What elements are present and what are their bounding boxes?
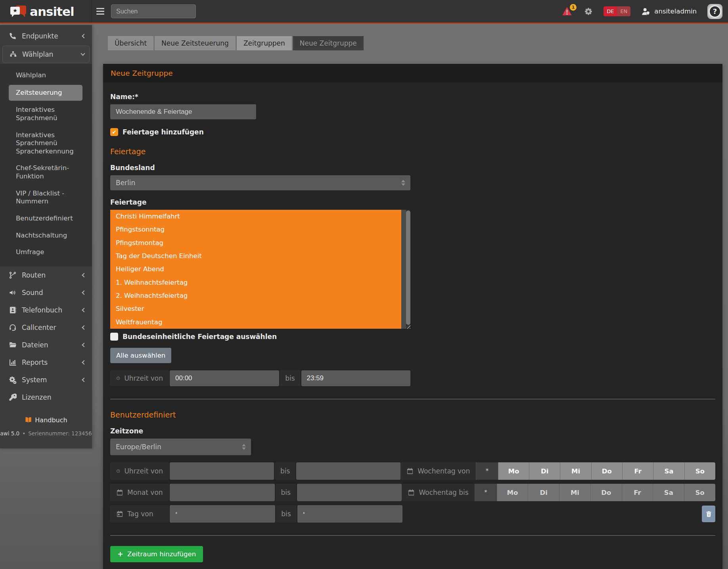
custom-time-to-input[interactable] xyxy=(296,462,400,480)
serial-number: Seriennummer: 123456 xyxy=(28,430,92,437)
submenu-item-benutzerdefiniert[interactable]: Benutzerdefiniert xyxy=(0,210,92,227)
holiday-option[interactable]: Silvester xyxy=(110,302,401,315)
alerts-button[interactable]: 1 xyxy=(561,6,573,17)
holiday-option[interactable]: Weltfrauentag xyxy=(110,315,401,328)
zeitzone-select[interactable]: Europe/Berlin xyxy=(110,439,251,455)
list-scrollbar-track[interactable] xyxy=(401,210,406,329)
weekday-fr-button[interactable]: Fr xyxy=(622,462,653,480)
sidebar-item-telefonbuch[interactable]: Telefonbuch xyxy=(0,301,92,319)
alle-auswaehlen-button[interactable]: Alle auswählen xyxy=(110,348,171,363)
panel-body: Name:* ✔ Feiertage hinzufügen Feiertage … xyxy=(103,82,722,569)
weekday-di-button[interactable]: Di xyxy=(528,484,559,501)
monat-von-label: Monat von xyxy=(127,489,163,496)
wochentag-von-label: Wochentag von xyxy=(418,467,470,475)
submenu-item-ivr[interactable]: Interaktives Sprachmenü xyxy=(0,102,92,126)
trash-icon xyxy=(705,511,712,517)
submenu-item-waehlplan[interactable]: Wählplan xyxy=(0,67,92,84)
lang-en-button[interactable]: EN xyxy=(617,6,630,16)
chevron-left-icon xyxy=(82,325,86,330)
submenu-item-nachtschaltung[interactable]: Nachtschaltung xyxy=(0,227,92,244)
holiday-option[interactable]: Christi Himmelfahrt xyxy=(110,210,401,223)
sidebar-item-label: Dateien xyxy=(22,341,48,349)
lang-de-button[interactable]: DE xyxy=(603,6,617,16)
feiertage-multiselect: Christi Himmelfahrt Pfingstsonntag Pfing… xyxy=(110,210,410,329)
feiertage-hinzufuegen-checkbox-row[interactable]: ✔ Feiertage hinzufügen xyxy=(110,128,715,136)
address-book-icon xyxy=(9,306,17,314)
weekday-do-button[interactable]: Do xyxy=(591,462,622,480)
chevron-left-icon xyxy=(82,377,86,382)
time-to-input[interactable] xyxy=(301,370,411,386)
submenu-item-vip-blacklist[interactable]: VIP / Blacklist - Nummern xyxy=(0,185,92,210)
sidebar-toggle-button[interactable] xyxy=(96,8,104,15)
weekday-any-button[interactable]: * xyxy=(476,462,498,480)
sidebar-item-waehlplan[interactable]: Wählplan xyxy=(3,46,89,63)
branch-icon xyxy=(9,271,17,279)
month-to-input[interactable] xyxy=(297,484,402,501)
time-from-input[interactable] xyxy=(170,370,279,386)
holiday-option[interactable]: Tag der Deutschen Einheit xyxy=(110,249,401,262)
holiday-option[interactable]: Pfingstsonntag xyxy=(110,223,401,236)
weekday-so-button[interactable]: So xyxy=(684,462,715,480)
benutzerdefiniert-heading: Benutzerdefiniert xyxy=(110,410,715,419)
weekday-any-button[interactable]: * xyxy=(475,484,497,501)
brand-name: ansitel xyxy=(30,4,74,19)
weekday-mi-button[interactable]: Mi xyxy=(560,462,591,480)
handbuch-link[interactable]: Handbuch xyxy=(25,416,67,424)
sidebar-item-label: Lizenzen xyxy=(22,393,52,401)
sidebar-footer: Handbuch awi 5.0 • Seriennummer: 123456 xyxy=(0,416,92,437)
weekday-so-button[interactable]: So xyxy=(684,484,715,501)
language-switcher: DE EN xyxy=(603,6,630,16)
tab-uebersicht[interactable]: Übersicht xyxy=(108,36,153,50)
submenu-item-chef-sekretaerin[interactable]: Chef-Sekretärin-Funktion xyxy=(0,160,92,185)
submenu-item-umfrage[interactable]: Umfrage xyxy=(0,244,92,261)
bundesland-label: Bundesland xyxy=(110,164,715,172)
topbar: ★ ansitel 1 DE EN ansiteladmin ? xyxy=(0,0,728,24)
folder-open-icon xyxy=(9,341,17,349)
day-from-input[interactable] xyxy=(170,505,275,523)
month-from-input[interactable] xyxy=(170,484,275,501)
weekday-di-button[interactable]: Di xyxy=(529,462,560,480)
list-scrollbar-thumb[interactable] xyxy=(406,211,410,325)
sidebar-item-lizenzen[interactable]: Lizenzen xyxy=(0,389,92,406)
weekday-mi-button[interactable]: Mi xyxy=(559,484,590,501)
tab-zeitgruppen[interactable]: Zeitgruppen xyxy=(237,36,292,50)
holiday-option[interactable]: 1. Weihnachtsfeiertag xyxy=(110,276,401,289)
sidebar-item-sound[interactable]: Sound xyxy=(0,284,92,301)
weekday-mo-button[interactable]: Mo xyxy=(498,462,529,480)
day-to-input[interactable] xyxy=(297,505,403,523)
weekday-sa-button[interactable]: Sa xyxy=(653,462,684,480)
weekday-sa-button[interactable]: Sa xyxy=(653,484,684,501)
wochentag-bis-group: Wochentag bis * Mo Di Mi Do Fr Sa So xyxy=(402,484,715,501)
sidebar-item-endpunkte[interactable]: Endpunkte xyxy=(0,27,92,45)
app-window: ★ ansitel 1 DE EN ansiteladmin ? xyxy=(0,0,728,569)
submenu-item-ivr-spracherkennung[interactable]: Interaktives Sprachmenü Spracherkennung xyxy=(0,127,79,160)
bundesland-select[interactable]: Berlin xyxy=(110,175,410,190)
monat-von-prefix: Monat von xyxy=(110,484,169,501)
weekday-do-button[interactable]: Do xyxy=(590,484,622,501)
user-menu[interactable]: ansiteladmin xyxy=(641,7,697,16)
sidebar-item-system[interactable]: System xyxy=(0,371,92,389)
bundeseinheitliche-checkbox-row[interactable]: Bundeseinheitliche Feiertage auswählen xyxy=(110,333,715,341)
delete-period-button[interactable] xyxy=(702,506,715,522)
search-input[interactable] xyxy=(111,4,196,18)
holiday-option[interactable]: Heiliger Abend xyxy=(110,262,401,276)
settings-gear-icon[interactable] xyxy=(584,7,593,16)
tab-neue-zeitgruppe[interactable]: Neue Zeitgruppe xyxy=(293,36,364,50)
checkbox-checked-icon[interactable]: ✔ xyxy=(110,128,118,136)
name-input[interactable] xyxy=(110,104,256,119)
help-button[interactable]: ? xyxy=(707,4,722,19)
submenu-item-zeitsteuerung[interactable]: Zeitsteuerung xyxy=(9,85,82,101)
tab-neue-zeitsteuerung[interactable]: Neue Zeitsteuerung xyxy=(155,36,236,50)
brand-logo[interactable]: ★ ansitel xyxy=(0,0,92,23)
weekday-fr-button[interactable]: Fr xyxy=(622,484,653,501)
sidebar-item-routen[interactable]: Routen xyxy=(0,266,92,284)
sidebar-item-reports[interactable]: Reports xyxy=(0,354,92,371)
sidebar-item-dateien[interactable]: Dateien xyxy=(0,336,92,354)
checkbox-unchecked-icon[interactable] xyxy=(110,333,118,341)
sidebar-item-callcenter[interactable]: Callcenter xyxy=(0,319,92,336)
holiday-option[interactable]: Pfingstmontag xyxy=(110,236,401,249)
custom-time-from-input[interactable] xyxy=(170,462,274,480)
weekday-mo-button[interactable]: Mo xyxy=(497,484,528,501)
zeitraum-hinzufuegen-button[interactable]: Zeitraum hinzufügen xyxy=(110,546,203,562)
holiday-option[interactable]: 2. Weihnachtsfeiertag xyxy=(110,289,401,302)
